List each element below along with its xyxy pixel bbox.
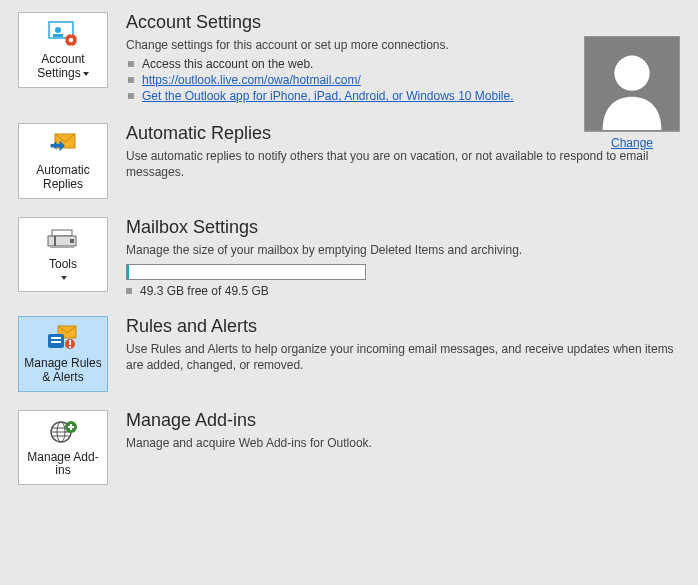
section-heading: Account Settings — [126, 12, 680, 33]
manage-rules-alerts-tile[interactable]: Manage Rules & Alerts — [18, 316, 108, 392]
tile-label: Tools — [49, 258, 77, 286]
tile-label: Account Settings — [21, 53, 105, 81]
section-description: Use automatic replies to notify others t… — [126, 148, 680, 180]
tools-tile[interactable]: Tools — [18, 217, 108, 293]
storage-progress-fill — [127, 265, 129, 279]
chevron-down-icon — [61, 276, 67, 280]
tools-icon — [46, 224, 80, 254]
tile-label: Automatic Replies — [21, 164, 105, 192]
svg-rect-2 — [53, 34, 63, 37]
storage-progress — [126, 264, 366, 280]
manage-addins-tile[interactable]: Manage Add-ins — [18, 410, 108, 486]
svg-rect-16 — [50, 246, 74, 248]
owa-link[interactable]: https://outlook.live.com/owa/hotmail.com… — [142, 73, 361, 87]
chevron-down-icon — [83, 72, 89, 76]
svg-rect-23 — [69, 346, 71, 348]
section-heading: Automatic Replies — [126, 123, 680, 144]
svg-rect-19 — [51, 337, 61, 339]
section-heading: Mailbox Settings — [126, 217, 680, 238]
account-avatar — [584, 36, 680, 132]
svg-point-4 — [69, 38, 73, 42]
svg-rect-20 — [51, 341, 61, 343]
svg-point-1 — [55, 27, 61, 33]
svg-point-10 — [614, 56, 649, 91]
section-heading: Manage Add-ins — [126, 410, 680, 431]
section-description: Use Rules and Alerts to help organize yo… — [126, 341, 680, 373]
mobile-app-link[interactable]: Get the Outlook app for iPhone, iPad, An… — [142, 89, 514, 103]
section-heading: Rules and Alerts — [126, 316, 680, 337]
svg-rect-12 — [52, 230, 72, 236]
svg-rect-14 — [54, 236, 56, 246]
automatic-replies-tile[interactable]: Automatic Replies — [18, 123, 108, 199]
account-settings-tile[interactable]: Account Settings — [18, 12, 108, 88]
section-description: Manage the size of your mailbox by empty… — [126, 242, 680, 258]
account-settings-icon — [46, 19, 80, 49]
storage-free-text: 49.3 GB free of 49.5 GB — [126, 284, 680, 298]
automatic-replies-icon — [46, 130, 80, 160]
tile-label: Manage Add-ins — [21, 451, 105, 479]
rules-alerts-icon — [46, 323, 80, 353]
tile-label: Manage Rules & Alerts — [21, 357, 105, 385]
svg-rect-22 — [69, 340, 71, 345]
svg-rect-15 — [70, 239, 74, 243]
section-description: Manage and acquire Web Add-ins for Outlo… — [126, 435, 680, 451]
addins-icon — [46, 417, 80, 447]
